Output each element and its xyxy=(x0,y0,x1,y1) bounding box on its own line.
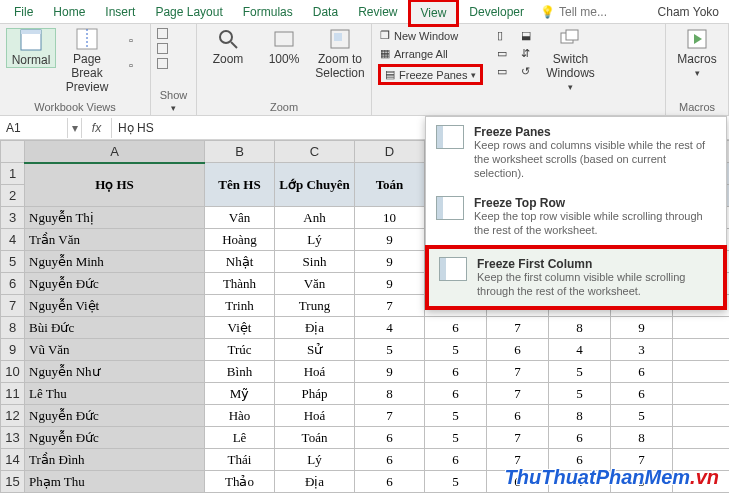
col-header-a[interactable]: A xyxy=(25,141,205,163)
group-label-show[interactable]: Show ▾ xyxy=(157,87,190,113)
row-header[interactable]: 2 xyxy=(1,185,25,207)
row-header[interactable]: 3 xyxy=(1,207,25,229)
custom-views-button[interactable]: ▫ xyxy=(118,53,144,77)
row-header[interactable]: 15 xyxy=(1,471,25,493)
cell[interactable]: 5 xyxy=(549,383,611,405)
cell[interactable]: 6 xyxy=(425,317,487,339)
freeze-panes-option[interactable]: Freeze PanesKeep rows and columns visibl… xyxy=(426,117,726,188)
cell[interactable]: 6 xyxy=(425,383,487,405)
cell[interactable]: 5 xyxy=(355,339,425,361)
select-all-button[interactable] xyxy=(1,141,25,163)
tab-formulas[interactable]: Formulas xyxy=(233,1,303,23)
sync-scroll-button[interactable]: ⇵ xyxy=(519,46,533,61)
split-button[interactable]: ▯ xyxy=(495,28,509,43)
cell[interactable]: 8 xyxy=(355,383,425,405)
headings-check[interactable] xyxy=(157,58,168,69)
cell[interactable]: 6 xyxy=(611,361,673,383)
cell[interactable]: Bùi Đức xyxy=(25,317,205,339)
cell[interactable]: 10 xyxy=(355,207,425,229)
tab-page-layout[interactable]: Page Layout xyxy=(145,1,232,23)
cell[interactable]: Vân xyxy=(205,207,275,229)
cell[interactable]: Trần Đình xyxy=(25,449,205,471)
page-layout-button[interactable]: ▫ xyxy=(118,28,144,52)
reset-position-button[interactable]: ↺ xyxy=(519,64,533,79)
cell[interactable] xyxy=(673,317,730,339)
cell[interactable]: Nguyễn Đức xyxy=(25,427,205,449)
cell[interactable]: 6 xyxy=(549,427,611,449)
cell[interactable]: Lê Thu xyxy=(25,383,205,405)
cell[interactable]: Thái xyxy=(205,449,275,471)
cell[interactable]: Nguyễn Đức xyxy=(25,405,205,427)
unhide-button[interactable]: ▭ xyxy=(495,64,509,79)
zoom-button[interactable]: Zoom xyxy=(203,28,253,66)
row-header[interactable]: 5 xyxy=(1,251,25,273)
cell[interactable]: 5 xyxy=(425,471,487,493)
cell[interactable]: 9 xyxy=(611,317,673,339)
cell[interactable]: Pháp xyxy=(275,383,355,405)
tab-data[interactable]: Data xyxy=(303,1,348,23)
cell[interactable]: Trần Văn xyxy=(25,229,205,251)
gridlines-check[interactable] xyxy=(157,43,168,54)
cell[interactable]: Hoàng xyxy=(205,229,275,251)
cell[interactable]: Lê xyxy=(205,427,275,449)
page-break-preview-button[interactable]: Page Break Preview xyxy=(62,28,112,94)
row-header[interactable]: 7 xyxy=(1,295,25,317)
row-header[interactable]: 1 xyxy=(1,163,25,185)
cell[interactable]: 3 xyxy=(611,339,673,361)
row-header[interactable]: 8 xyxy=(1,317,25,339)
cell[interactable]: 4 xyxy=(549,339,611,361)
cell[interactable]: 9 xyxy=(355,273,425,295)
cell[interactable]: Nguyễn Như xyxy=(25,361,205,383)
cell[interactable] xyxy=(673,339,730,361)
cell[interactable]: Vũ Văn xyxy=(25,339,205,361)
row-header[interactable]: 14 xyxy=(1,449,25,471)
cell[interactable]: 5 xyxy=(611,405,673,427)
fx-icon[interactable]: fx xyxy=(82,118,112,138)
arrange-all-button[interactable]: ▦Arrange All xyxy=(378,46,483,61)
cell[interactable]: Sinh xyxy=(275,251,355,273)
cell[interactable]: 9 xyxy=(355,251,425,273)
ruler-check[interactable] xyxy=(157,28,168,39)
cell[interactable]: 8 xyxy=(611,427,673,449)
cell[interactable]: Nguyễn Thị xyxy=(25,207,205,229)
cell[interactable]: 7 xyxy=(487,317,549,339)
tab-home[interactable]: Home xyxy=(43,1,95,23)
cell[interactable]: Trinh xyxy=(205,295,275,317)
macros-button[interactable]: Macros▾ xyxy=(672,28,722,78)
cell[interactable]: 7 xyxy=(487,383,549,405)
row-header[interactable]: 10 xyxy=(1,361,25,383)
cell[interactable]: Phạm Thu xyxy=(25,471,205,493)
cell[interactable] xyxy=(673,427,730,449)
cell[interactable]: Địa xyxy=(275,471,355,493)
col-header-b[interactable]: B xyxy=(205,141,275,163)
cell[interactable]: 7 xyxy=(355,295,425,317)
row-header[interactable]: 11 xyxy=(1,383,25,405)
cell[interactable] xyxy=(673,383,730,405)
name-box[interactable]: A1 xyxy=(0,118,68,138)
cell[interactable]: 5 xyxy=(425,339,487,361)
col-header-d[interactable]: D xyxy=(355,141,425,163)
cell[interactable]: 8 xyxy=(549,405,611,427)
cell[interactable]: 9 xyxy=(355,229,425,251)
row-header[interactable]: 12 xyxy=(1,405,25,427)
cell[interactable]: 7 xyxy=(487,361,549,383)
cell[interactable] xyxy=(673,361,730,383)
col-header-c[interactable]: C xyxy=(275,141,355,163)
cell[interactable]: 6 xyxy=(355,471,425,493)
cell[interactable]: Họ HS xyxy=(25,163,205,207)
side-by-side-button[interactable]: ⬓ xyxy=(519,28,533,43)
cell[interactable]: 6 xyxy=(487,405,549,427)
cell[interactable]: Hoá xyxy=(275,405,355,427)
user-name[interactable]: Cham Yoko xyxy=(658,5,725,19)
cell[interactable]: 5 xyxy=(549,361,611,383)
cell[interactable]: 6 xyxy=(425,361,487,383)
freeze-first-column-option[interactable]: Freeze First ColumnKeep the first column… xyxy=(425,245,727,311)
new-window-button[interactable]: ❐New Window xyxy=(378,28,483,43)
cell[interactable]: Việt xyxy=(205,317,275,339)
row-header[interactable]: 9 xyxy=(1,339,25,361)
cell[interactable]: 6 xyxy=(425,449,487,471)
cell[interactable]: Toán xyxy=(355,163,425,207)
normal-view-button[interactable]: Normal xyxy=(6,28,56,68)
cell[interactable]: Thành xyxy=(205,273,275,295)
cell[interactable]: 6 xyxy=(487,339,549,361)
